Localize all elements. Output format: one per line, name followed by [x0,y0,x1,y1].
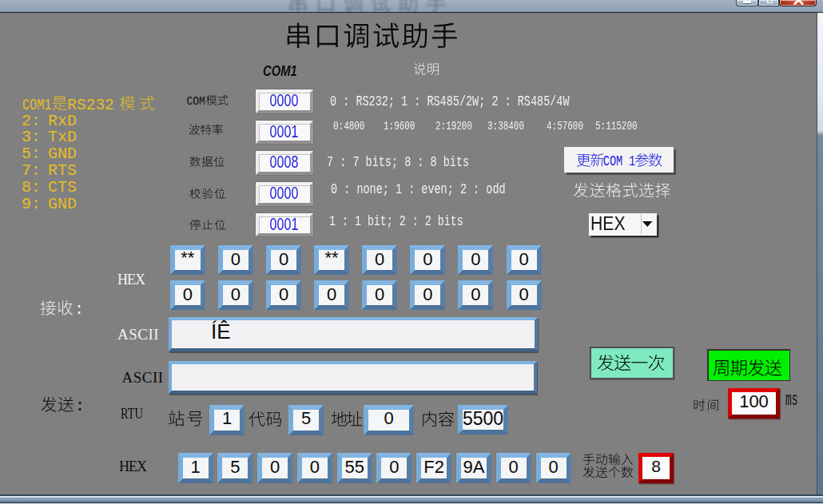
svg-text::: : [74,300,84,319]
svg-text::: : [75,397,85,415]
svg-text:COM1: COM1 [22,96,51,113]
svg-text:COM: COM [187,95,205,108]
svg-text:COM: COM [602,154,622,170]
svg-text:RS232: RS232 [67,96,114,113]
svg-text:1: 1 [629,154,635,170]
